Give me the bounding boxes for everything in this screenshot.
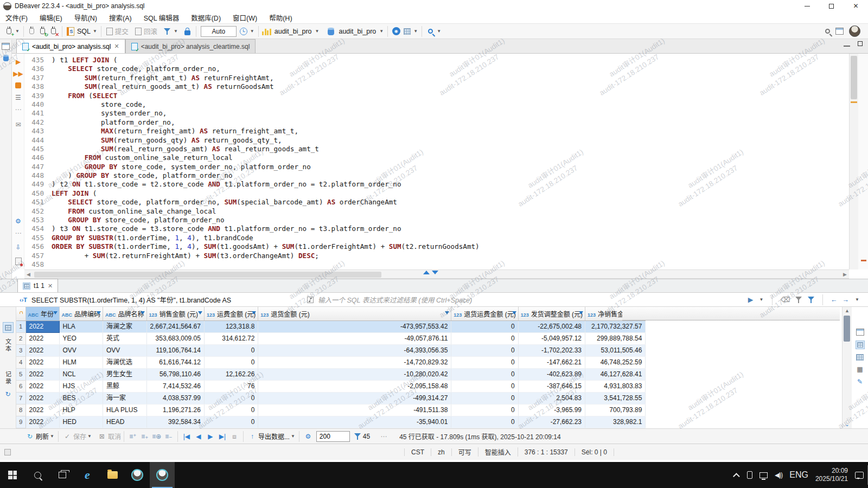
code-line[interactable]: 446 FROM custom_online_sale_return_local — [24, 153, 840, 162]
menu-item-4[interactable]: SQL 编辑器 — [144, 12, 180, 23]
overview-ruler[interactable] — [849, 54, 868, 269]
code-line[interactable]: 451 SELECT store_code, platform_order_no… — [24, 198, 840, 207]
filter-input[interactable]: 输入一个 SQL 表达式来过滤结果 (使用 Ctrl+Space) — [318, 294, 748, 305]
code-line[interactable]: 454) t3 ON t1.store_code = t3.store_code… — [24, 224, 840, 233]
column-header-0[interactable]: ABC年份 — [25, 307, 59, 320]
grid-cell[interactable]: HLP — [59, 404, 103, 416]
column-filter-arrow-icon[interactable] — [198, 311, 202, 314]
grid-view-tab[interactable] — [3, 322, 14, 333]
grid-cell[interactable]: 2,667,241,564.67 — [146, 320, 204, 332]
save-button[interactable]: 保存 — [73, 432, 86, 441]
code-line[interactable]: 457 + SUM(t2.returnFreightAmt) + SUM(t3.… — [24, 252, 840, 260]
status-cell-5[interactable]: Sel: 0 | 0 — [575, 448, 614, 456]
ruler-more2-icon[interactable]: ⋯ — [14, 228, 23, 237]
quick-search-icon[interactable] — [825, 29, 830, 34]
new-script-icon[interactable] — [14, 256, 23, 266]
action-center-icon[interactable] — [855, 472, 864, 479]
tab-close-icon[interactable]: ✕ — [114, 43, 119, 50]
file-explorer-button[interactable] — [100, 462, 125, 488]
grid-cell[interactable]: 0 — [451, 344, 518, 356]
taskbar-search-button[interactable] — [25, 462, 50, 488]
schema-select[interactable]: audit_bi_pro — [339, 28, 376, 35]
grid-cell[interactable]: HEAD — [103, 416, 147, 428]
grid-cell[interactable]: 2022 — [25, 344, 59, 356]
grid-cell[interactable]: -2,095,158.48 — [258, 380, 451, 392]
next-row-icon[interactable]: ▶ — [206, 431, 215, 442]
connect-icon[interactable] — [27, 25, 37, 37]
column-header-7[interactable]: 123发货调整金额 (元) — [518, 307, 585, 320]
row-number[interactable]: 3 — [16, 344, 25, 356]
cancel-button[interactable]: 取消 — [108, 432, 121, 441]
code-line[interactable]: 453 GROUP BY store_code, platform_order_… — [24, 216, 840, 224]
code-line[interactable]: 443 MAX(return_freight_amt) AS return_fr… — [24, 127, 840, 136]
grid-cell[interactable]: 2022 — [25, 368, 59, 380]
export-button[interactable]: 导出数据... — [258, 432, 290, 441]
table-row[interactable]: 92022HEDHEAD392,584.340-35,940.010-27,66… — [16, 416, 646, 428]
grid-vscrollbar[interactable]: ▲ ⌄ — [842, 307, 852, 428]
execute-statement-icon[interactable]: ▶ — [14, 57, 23, 66]
open-perspective-icon[interactable] — [835, 28, 844, 35]
new-connection-icon[interactable]: + — [3, 25, 14, 37]
save-filter-icon[interactable] — [807, 296, 815, 304]
ruler-more-icon[interactable]: ⋯ — [14, 105, 23, 114]
grid-cell[interactable]: BES — [59, 392, 103, 404]
execute-script-icon[interactable]: ▶▶ — [14, 69, 23, 78]
grid-cell[interactable]: 2022 — [25, 404, 59, 416]
sql-editor-label[interactable]: SQL — [77, 28, 91, 35]
grid-cell[interactable]: 0 — [204, 344, 258, 356]
splitter-collapse-icons[interactable] — [423, 271, 438, 274]
lock-icon[interactable] — [182, 25, 193, 37]
menu-item-0[interactable]: 文件(F) — [5, 12, 28, 23]
record-mode-toggle[interactable]: 记录 — [4, 371, 12, 385]
table-row[interactable]: 82022HLPHLA PLUS1,196,271.260-491,511.38… — [16, 404, 646, 416]
grid-cell[interactable]: 2022 — [25, 392, 59, 404]
row-number[interactable]: 7 — [16, 392, 25, 404]
grid-cell[interactable]: -491,511.38 — [258, 404, 451, 416]
commit-button[interactable]: 提交 — [115, 26, 129, 36]
remove-filter-icon[interactable] — [795, 296, 802, 304]
text-view-tab[interactable]: 文本 — [4, 338, 12, 352]
row-number[interactable]: 2 — [16, 332, 25, 344]
grid-cell[interactable]: 1,196,271.26 — [146, 404, 204, 416]
code-line[interactable]: 449) t2 ON t1.store_code = t2.store_code… — [24, 180, 840, 189]
grid-cell[interactable]: -387,646.15 — [518, 380, 585, 392]
grid-cell[interactable]: 2022 — [25, 320, 59, 332]
row-number[interactable]: 8 — [16, 404, 25, 416]
grid-cell[interactable]: OVV — [103, 344, 147, 356]
grid-cell[interactable]: 2,170,732,327.57 — [585, 320, 646, 332]
grid-cell[interactable]: 700,793.89 — [585, 404, 646, 416]
menu-item-6[interactable]: 窗口(W) — [233, 12, 257, 23]
grid-cell[interactable]: 0 — [451, 356, 518, 368]
edit-row-icon[interactable]: ≡⁺ — [128, 431, 138, 442]
save-dropdown[interactable]: ▼ — [87, 434, 92, 439]
editor-hscrollbar[interactable]: ◀ ▶ — [24, 269, 849, 279]
grid-cell[interactable]: -147,662.21 — [518, 356, 585, 368]
dashboard-icon[interactable]: ◉ — [391, 25, 401, 37]
row-number[interactable]: 4 — [16, 356, 25, 368]
grid-cell[interactable]: 53,011,505.46 — [585, 344, 646, 356]
close-button[interactable]: ✕ — [844, 0, 868, 12]
calc-panel-icon[interactable]: ▦ — [857, 365, 863, 373]
row-number[interactable]: 9 — [16, 416, 25, 428]
refresh-button[interactable]: 刷新 — [36, 432, 49, 441]
column-filter-arrow-icon[interactable] — [512, 311, 516, 314]
grid-cell[interactable]: 46,748,252.59 — [585, 356, 646, 368]
refresh-panel-icon[interactable]: ↻ — [5, 390, 10, 398]
grid-cell[interactable]: 海澜优选 — [103, 356, 147, 368]
grid-cell[interactable]: 76 — [204, 380, 258, 392]
grid-cell[interactable]: 2022 — [25, 356, 59, 368]
history-forward-icon[interactable]: → — [843, 296, 850, 304]
column-filter-arrow-icon[interactable] — [53, 311, 58, 314]
grid-cell[interactable]: 119,106,764.14 — [146, 344, 204, 356]
table-row[interactable]: 22022YEO英式353,683,009.05314,612.72-49,05… — [16, 332, 646, 344]
status-overflow-icon[interactable]: ⋮ — [585, 448, 591, 456]
grid-settings-gear-icon[interactable]: ⚙ — [303, 431, 313, 442]
grid-cell[interactable]: 61,616,744.12 — [146, 356, 204, 368]
grid-cell[interactable]: 海澜之家 — [103, 320, 147, 332]
scroll-down-icon[interactable]: ⌄ — [843, 421, 852, 427]
metadata-panel-icon[interactable] — [856, 354, 864, 361]
ie-button[interactable]: e — [75, 462, 100, 488]
commit-mode-box[interactable]: Auto — [201, 26, 237, 37]
delete-row-icon[interactable]: ≡₋ — [164, 431, 174, 442]
grid-cell[interactable]: HJS — [59, 380, 103, 392]
